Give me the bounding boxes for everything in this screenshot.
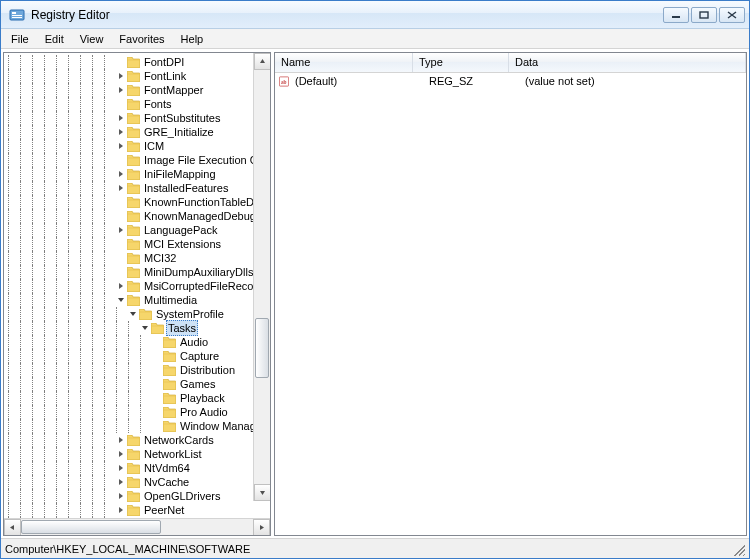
scroll-right-button[interactable] (253, 519, 270, 536)
tree-node[interactable]: PeerNet (8, 503, 270, 517)
tree-node[interactable]: FontSubstitutes (8, 111, 270, 125)
tree-node[interactable]: KnownFunctionTableDlls (8, 195, 270, 209)
size-grip[interactable] (731, 542, 745, 556)
tree-indent-line (20, 55, 32, 69)
expander-closed-icon[interactable] (116, 279, 126, 293)
scroll-thumb[interactable] (255, 318, 269, 378)
tree-indent-line (92, 111, 104, 125)
tree-indent-line (128, 321, 140, 335)
expander-closed-icon[interactable] (116, 461, 126, 475)
tree-node[interactable]: Tasks (8, 321, 270, 335)
tree-indent-line (44, 223, 56, 237)
tree-node-label: FontLink (142, 69, 188, 83)
registry-tree[interactable]: FontDPIFontLinkFontMapperFontsFontSubsti… (4, 53, 270, 518)
maximize-button[interactable] (691, 7, 717, 23)
expander-open-icon[interactable] (116, 293, 126, 307)
tree-node[interactable]: NvCache (8, 475, 270, 489)
tree-indent-line (56, 153, 68, 167)
expander-open-icon[interactable] (140, 321, 150, 335)
expander-closed-icon[interactable] (116, 517, 126, 518)
expander-closed-icon[interactable] (116, 489, 126, 503)
tree-node[interactable]: MCI32 (8, 251, 270, 265)
expander-closed-icon[interactable] (116, 447, 126, 461)
tree-node[interactable]: FontMapper (8, 83, 270, 97)
scroll-thumb[interactable] (21, 520, 161, 534)
tree-node[interactable]: Audio (8, 335, 270, 349)
value-type: REG_SZ (427, 75, 523, 87)
tree-node-label: KnownManagedDebuggingDlls (142, 209, 270, 223)
expander-closed-icon[interactable] (116, 69, 126, 83)
tree-horizontal-scrollbar[interactable] (4, 518, 270, 535)
tree-node[interactable]: Image File Execution Options (8, 153, 270, 167)
tree-node-label: KnownFunctionTableDlls (142, 195, 266, 209)
tree-indent-line (44, 489, 56, 503)
tree-indent-line (20, 475, 32, 489)
tree-node[interactable]: OpenGLDrivers (8, 489, 270, 503)
expander-closed-icon[interactable] (116, 167, 126, 181)
tree-node[interactable]: Playback (8, 391, 270, 405)
expander-closed-icon[interactable] (116, 139, 126, 153)
menu-edit[interactable]: Edit (37, 31, 72, 47)
tree-node[interactable]: MsiCorruptedFileRecovery (8, 279, 270, 293)
tree-node[interactable]: Pro Audio (8, 405, 270, 419)
tree-indent-line (20, 223, 32, 237)
tree-node[interactable]: Multimedia (8, 293, 270, 307)
expander-closed-icon[interactable] (116, 475, 126, 489)
column-name[interactable]: Name (275, 53, 413, 72)
scroll-down-button[interactable] (254, 484, 270, 501)
tree-node[interactable]: FontLink (8, 69, 270, 83)
tree-node[interactable]: MiniDumpAuxiliaryDlls (8, 265, 270, 279)
tree-node[interactable]: InstalledFeatures (8, 181, 270, 195)
menu-view[interactable]: View (72, 31, 112, 47)
tree-indent-line (44, 391, 56, 405)
tree-indent-line (56, 251, 68, 265)
tree-node[interactable]: ICM (8, 139, 270, 153)
menu-help[interactable]: Help (173, 31, 212, 47)
tree-indent-line (92, 489, 104, 503)
tree-indent-line (92, 97, 104, 111)
tree-node[interactable]: SystemProfile (8, 307, 270, 321)
scroll-track[interactable] (254, 70, 270, 484)
expander-closed-icon[interactable] (116, 125, 126, 139)
folder-icon (138, 307, 152, 321)
menu-file[interactable]: File (3, 31, 37, 47)
column-type[interactable]: Type (413, 53, 509, 72)
expander-closed-icon[interactable] (116, 181, 126, 195)
tree-node[interactable]: MCI Extensions (8, 237, 270, 251)
menu-favorites[interactable]: Favorites (111, 31, 172, 47)
tree-node[interactable]: GRE_Initialize (8, 125, 270, 139)
expander-closed-icon[interactable] (116, 83, 126, 97)
tree-node[interactable]: NtVdm64 (8, 461, 270, 475)
expander-closed-icon[interactable] (116, 503, 126, 517)
tree-node[interactable]: Games (8, 377, 270, 391)
expander-open-icon[interactable] (128, 307, 138, 321)
tree-indent-line (20, 391, 32, 405)
tree-node[interactable]: LanguagePack (8, 223, 270, 237)
tree-indent-line (80, 475, 92, 489)
expander-closed-icon[interactable] (116, 223, 126, 237)
scroll-up-button[interactable] (254, 53, 270, 70)
expander-closed-icon[interactable] (116, 433, 126, 447)
tree-node[interactable]: Capture (8, 349, 270, 363)
close-button[interactable] (719, 7, 745, 23)
tree-node[interactable]: Perflib (8, 517, 270, 518)
minimize-button[interactable] (663, 7, 689, 23)
column-data[interactable]: Data (509, 53, 746, 72)
tree-node[interactable]: NetworkList (8, 447, 270, 461)
tree-indent-line (20, 111, 32, 125)
tree-vertical-scrollbar[interactable] (253, 53, 270, 501)
tree-node[interactable]: Window Manager (8, 419, 270, 433)
tree-node[interactable]: Fonts (8, 97, 270, 111)
tree-node[interactable]: IniFileMapping (8, 167, 270, 181)
tree-node[interactable]: NetworkCards (8, 433, 270, 447)
scroll-track[interactable] (21, 519, 253, 535)
expander-closed-icon[interactable] (116, 111, 126, 125)
value-row[interactable]: ab(Default)REG_SZ(value not set) (275, 73, 746, 89)
scroll-left-button[interactable] (4, 519, 21, 536)
tree-node[interactable]: KnownManagedDebuggingDlls (8, 209, 270, 223)
svg-text:ab: ab (281, 78, 287, 84)
expander-none (152, 335, 162, 349)
tree-node[interactable]: FontDPI (8, 55, 270, 69)
values-list[interactable]: ab(Default)REG_SZ(value not set) (275, 73, 746, 89)
tree-node[interactable]: Distribution (8, 363, 270, 377)
